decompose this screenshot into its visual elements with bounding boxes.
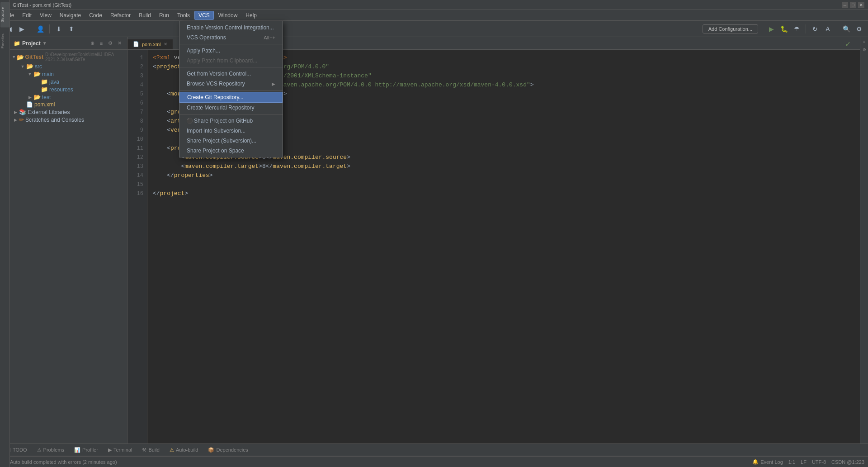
toolbar-run-button[interactable]: ▶ (766, 24, 777, 34)
event-log-icon: 🔔 (752, 459, 759, 465)
tree-item-main[interactable]: ▼ 📂 main (10, 70, 127, 78)
sidebar-locate-button[interactable]: ⊕ (88, 39, 96, 48)
editor-tab-pomxml[interactable]: 📄 pom.xml ✕ (127, 39, 173, 49)
tree-arrow-src: ▼ (19, 64, 26, 69)
tree-label-pomxml: pom.xml (34, 101, 55, 108)
status-message[interactable]: ⚠ Auto build completed with errors (2 mi… (4, 459, 117, 465)
toolbar-coverage-button[interactable]: ☂ (791, 24, 802, 34)
sidebar-collapse-button[interactable]: ≡ (97, 39, 105, 48)
menu-vcs[interactable]: VCS (194, 11, 214, 20)
menu-help[interactable]: Help (242, 11, 260, 19)
tree-item-pomxml[interactable]: 📄 pom.xml (10, 101, 127, 108)
vcs-import-svn[interactable]: Import into Subversion... (179, 126, 283, 136)
toolbar-translate-button[interactable]: A (822, 24, 833, 34)
menu-navigate[interactable]: Navigate (56, 11, 85, 19)
add-configuration-button[interactable]: Add Configuration... (703, 24, 758, 33)
line-num-4: 4 (127, 81, 147, 90)
tab-close-pomxml[interactable]: ✕ (164, 42, 167, 47)
vcs-share-github[interactable]: ⚫Share Project on GitHub (179, 116, 283, 126)
line-num-12: 12 (127, 153, 147, 162)
toolbar-debug-button[interactable]: 🐛 (778, 24, 789, 34)
tree-item-gittest[interactable]: ▼ 📂 GitTest D:\DevelopmentTools\IntelliJ… (10, 52, 127, 62)
tree-item-scratches[interactable]: ▶ ✏ Scratches and Consoles (10, 116, 127, 124)
menu-run[interactable]: Run (156, 11, 173, 19)
tree-label-src: src (35, 63, 42, 70)
window-controls[interactable]: ─ □ ✕ (842, 2, 864, 8)
auto-build-label: Auto-build (176, 447, 198, 453)
menu-build[interactable]: Build (135, 11, 155, 19)
toolbar-sync-button[interactable]: ↻ (810, 24, 821, 34)
todo-label: TODO (13, 447, 27, 453)
terminal-icon: ▶ (108, 447, 112, 453)
vertical-tab-structure[interactable]: Structure (0, 2, 9, 27)
tree-item-test[interactable]: ▶ 📂 test (10, 93, 127, 101)
tree-item-src[interactable]: ▼ 📂 src (10, 62, 127, 70)
toolbar-forward-button[interactable]: ▶ (16, 24, 27, 34)
tree-arrow-scratches: ▶ (12, 118, 19, 122)
profiler-icon: 📊 (74, 447, 80, 453)
bottom-tab-dependencies[interactable]: 📦 Dependencies (203, 446, 252, 454)
line-num-11: 11 (127, 144, 147, 153)
left-vertical-tabs: Structure Favorites (0, 0, 10, 467)
right-panel-btn-2[interactable]: ⚙ (861, 46, 868, 53)
title-bar-left: J GitTest - pom.xml (GitTest) (4, 2, 71, 8)
dependencies-label: Dependencies (216, 447, 248, 453)
auto-build-icon: ⚠ (170, 447, 174, 453)
toolbar-settings-button[interactable]: ⚙ (854, 24, 864, 34)
vertical-tab-favorites[interactable]: Favorites (0, 28, 9, 54)
maximize-button[interactable]: □ (850, 2, 856, 8)
right-panel: ≡ ⚙ (860, 37, 868, 456)
tree-icon-java: 📁 (41, 78, 48, 85)
menu-code[interactable]: Code (85, 11, 106, 19)
menu-window[interactable]: Window (215, 11, 241, 19)
vcs-sep-4 (179, 114, 283, 114)
vcs-enable-vcs[interactable]: Enable Version Control Integration... (179, 23, 283, 33)
vcs-browse-repository[interactable]: Browse VCS Repository ▶ (179, 79, 283, 89)
menu-view[interactable]: View (36, 11, 55, 19)
sidebar-settings-button[interactable]: ⚙ (106, 39, 114, 48)
tree-item-java[interactable]: 📁 java (10, 78, 127, 86)
vcs-share-svn[interactable]: Share Project (Subversion)... (179, 136, 283, 146)
toolbar-vcs-update-button[interactable]: ⬇ (53, 24, 64, 34)
bottom-tab-problems[interactable]: ⚠ Problems (33, 446, 69, 454)
validation-icon: ✓ (845, 40, 851, 48)
sidebar-dropdown-icon[interactable]: ▼ (42, 41, 47, 46)
toolbar-separator-1 (31, 24, 31, 33)
right-panel-btn-1[interactable]: ≡ (861, 38, 868, 45)
build-label: Build (148, 447, 159, 453)
vcs-apply-patch[interactable]: Apply Patch... (179, 46, 283, 56)
vcs-share-space[interactable]: Share Project on Space (179, 146, 283, 156)
menu-edit[interactable]: Edit (19, 11, 35, 19)
toolbar-vcs-push-button[interactable]: ⬆ (66, 24, 77, 34)
vcs-create-git[interactable]: Create Git Repository... (179, 92, 283, 103)
tree-label-gittest: GitTest (25, 54, 43, 60)
event-log-label: Event Log (760, 459, 783, 465)
line-num-10: 10 (127, 135, 147, 144)
tree-item-external-libraries[interactable]: ▶ 📚 External Libraries (10, 108, 127, 116)
bottom-tab-profiler[interactable]: 📊 Profiler (70, 446, 103, 454)
status-encoding[interactable]: UTF-8 (812, 459, 826, 465)
vcs-operations[interactable]: VCS Operations Alt++ (179, 33, 283, 43)
toolbar-search-button[interactable]: 🔍 (841, 24, 852, 34)
status-line-sep[interactable]: LF (801, 459, 807, 465)
status-position[interactable]: 1:1 (788, 459, 795, 465)
position-text: 1:1 (788, 459, 795, 465)
vcs-create-mercurial[interactable]: Create Mercurial Repository (179, 103, 283, 113)
tree-item-resources[interactable]: 📁 resources (10, 86, 127, 93)
sidebar-close-button[interactable]: ✕ (115, 39, 123, 48)
toolbar-user-button[interactable]: 👤 (35, 24, 46, 34)
bottom-tab-build[interactable]: ⚒ Build (137, 446, 164, 454)
close-button[interactable]: ✕ (858, 2, 864, 8)
status-event-log[interactable]: 🔔 Event Log (752, 459, 783, 465)
sidebar-header: 📁 Project ▼ ⊕ ≡ ⚙ ✕ (10, 37, 127, 50)
vcs-sep-3 (179, 90, 283, 91)
line-num-2: 2 (127, 62, 147, 71)
bottom-tab-terminal[interactable]: ▶ Terminal (104, 446, 137, 454)
line-num-5: 5 (127, 90, 147, 99)
status-csdn[interactable]: CSDN @1:223 (831, 459, 864, 465)
menu-refactor[interactable]: Refactor (107, 11, 134, 19)
bottom-tab-auto-build[interactable]: ⚠ Auto-build (165, 446, 203, 454)
minimize-button[interactable]: ─ (842, 2, 848, 8)
vcs-get-from-vcs[interactable]: Get from Version Control... (179, 69, 283, 79)
menu-tools[interactable]: Tools (174, 11, 193, 19)
